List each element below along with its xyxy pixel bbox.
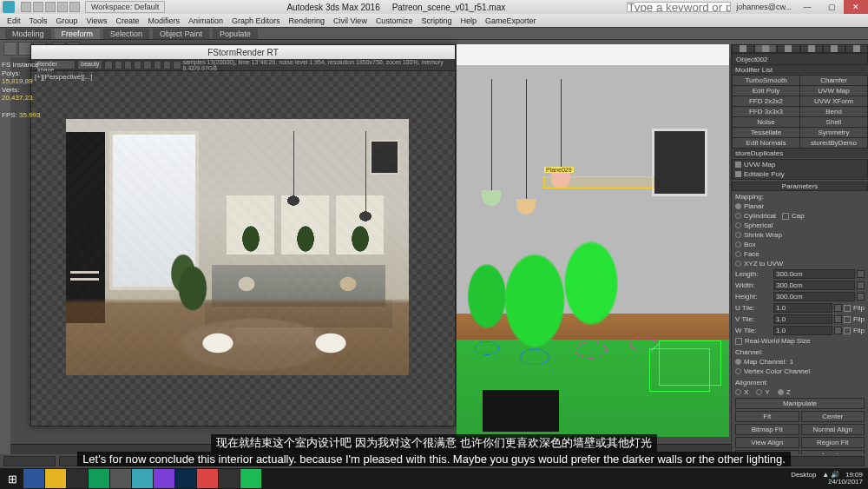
menu-tools[interactable]: Tools — [30, 17, 48, 25]
spinner-icon[interactable] — [834, 315, 842, 323]
rollout-parameters[interactable]: Parameters — [732, 182, 868, 191]
mod-btn[interactable]: storedByDemo — [800, 138, 867, 148]
render-tool-btn[interactable] — [104, 61, 112, 69]
menu-views[interactable]: Views — [87, 17, 108, 25]
menu-customize[interactable]: Customize — [376, 17, 413, 25]
object-name-field[interactable]: Object002 — [732, 53, 868, 65]
viewport-perspective[interactable]: Plane029 — [457, 44, 729, 437]
task-icon[interactable] — [240, 469, 261, 488]
mapch-value[interactable]: 1 — [790, 358, 809, 366]
btn-fit[interactable]: Fit — [735, 411, 799, 422]
height-value[interactable]: 300.0cm — [773, 292, 855, 301]
vtile-value[interactable]: 1.0 — [773, 314, 832, 324]
status-field[interactable] — [59, 456, 111, 466]
render-tool-btn[interactable] — [134, 61, 141, 69]
radio-cylindrical[interactable] — [735, 213, 741, 219]
radio-spherical[interactable] — [735, 222, 741, 228]
qat-btn[interactable] — [21, 2, 31, 12]
radio-planar[interactable] — [735, 203, 741, 209]
timeline[interactable] — [10, 444, 731, 454]
render-window[interactable]: FStormRender RT Render Image beauty samp… — [30, 44, 456, 426]
workspace-selector[interactable]: Workspace: Default — [85, 1, 165, 13]
minimize-button[interactable]: — — [795, 0, 819, 14]
menu-rendering[interactable]: Rendering — [289, 17, 326, 25]
qat-btn[interactable] — [45, 2, 56, 12]
qat-btn[interactable] — [69, 2, 80, 12]
render-tool-btn[interactable] — [163, 61, 171, 69]
mod-btn[interactable]: Symmetry — [800, 128, 867, 137]
menu-scripting[interactable]: Scripting — [421, 17, 451, 25]
render-tool-btn[interactable] — [115, 61, 122, 69]
menu-gameexporter[interactable]: GameExporter — [485, 17, 536, 25]
visibility-icon[interactable] — [735, 162, 741, 168]
task-icon[interactable] — [197, 469, 218, 488]
menu-group[interactable]: Group — [56, 17, 78, 25]
task-icon[interactable] — [132, 469, 153, 488]
render-tool-btn[interactable] — [143, 61, 151, 69]
render-canvas[interactable]: [+][Perspective][...] — [31, 71, 455, 426]
wtile-value[interactable]: 1.0 — [773, 326, 832, 335]
spinner-icon[interactable] — [857, 281, 865, 289]
radio-y[interactable] — [756, 389, 762, 395]
radio-xyz[interactable] — [735, 261, 741, 267]
menu-create[interactable]: Create — [115, 17, 139, 25]
btn-regionfit[interactable]: Region Fit — [801, 437, 865, 448]
user-menu[interactable]: johannes@cw... — [736, 3, 792, 11]
tab-display[interactable] — [823, 44, 845, 53]
task-icon[interactable] — [110, 469, 131, 488]
chk-flip[interactable] — [844, 316, 851, 323]
menu-help[interactable]: Help — [460, 17, 477, 25]
mod-btn[interactable]: Tessellate — [733, 128, 799, 137]
chk-cap[interactable] — [782, 213, 789, 220]
qat-btn[interactable] — [57, 2, 68, 12]
task-icon[interactable] — [154, 469, 174, 488]
windows-taskbar[interactable]: ⊞ Desktop ▲ 🔊 19:09 24/10/2017 — [0, 468, 868, 489]
menu-civilview[interactable]: Civil View — [333, 17, 367, 25]
render-tool-btn[interactable] — [154, 61, 161, 69]
visibility-icon[interactable] — [735, 171, 741, 177]
modifier-list-dropdown[interactable]: Modifier List — [732, 65, 868, 75]
spinner-icon[interactable] — [857, 270, 865, 278]
ribbon-tab-selection[interactable]: Selection — [103, 29, 149, 39]
mod-btn[interactable]: FFD 3x3x3 — [733, 107, 799, 116]
tab-hierarchy[interactable] — [777, 44, 799, 53]
mod-btn[interactable]: Shell — [800, 117, 867, 127]
btn-normalalign[interactable]: Normal Align — [801, 424, 865, 435]
render-title[interactable]: FStormRender RT — [31, 45, 455, 59]
mod-btn[interactable]: FFD 2x2x2 — [733, 96, 799, 106]
btn-bitmapfit[interactable]: Bitmap Fit — [735, 424, 799, 435]
help-search[interactable] — [627, 2, 731, 12]
radio-vcc[interactable] — [735, 368, 741, 374]
spinner-icon[interactable] — [834, 304, 842, 312]
chk-flip[interactable] — [844, 305, 851, 312]
menu-grapheditors[interactable]: Graph Editors — [232, 17, 280, 25]
mod-btn[interactable]: Edit Normals — [733, 138, 799, 148]
mod-btn[interactable]: UVW Map — [800, 86, 867, 96]
render-tool-btn[interactable] — [124, 61, 132, 69]
mod-btn[interactable]: UVW XForm — [800, 96, 867, 106]
stack-item[interactable]: Editable Poly — [744, 170, 785, 178]
radio-z[interactable] — [778, 389, 784, 395]
stack-item[interactable]: UVW Map — [744, 161, 775, 169]
spinner-icon[interactable] — [834, 327, 842, 334]
radio-x[interactable] — [735, 389, 741, 395]
menu-edit[interactable]: Edit — [7, 17, 21, 25]
mod-btn[interactable]: Bend — [800, 107, 867, 116]
width-value[interactable]: 300.0cm — [773, 281, 855, 290]
ribbon-tab-objectpaint[interactable]: Object Paint — [153, 29, 209, 39]
ribbon-tab-populate[interactable]: Populate — [213, 29, 258, 39]
mod-btn[interactable]: TurboSmooth — [733, 76, 799, 85]
task-icon[interactable] — [23, 469, 44, 488]
tab-motion[interactable] — [800, 44, 823, 53]
start-button[interactable]: ⊞ — [2, 469, 23, 488]
maximize-button[interactable]: ▢ — [819, 0, 844, 14]
menu-animation[interactable]: Animation — [188, 17, 223, 25]
render-pass-select[interactable]: beauty — [77, 60, 102, 69]
ribbon-tab-modeling[interactable]: Modeling — [5, 29, 51, 39]
modifier-group[interactable]: storeDuplicates — [732, 149, 868, 158]
btn-center[interactable]: Center — [801, 411, 865, 422]
task-icon[interactable] — [67, 469, 88, 488]
radio-mapchannel[interactable] — [735, 359, 741, 365]
status-field[interactable] — [3, 456, 56, 466]
menu-modifiers[interactable]: Modifiers — [148, 17, 180, 25]
